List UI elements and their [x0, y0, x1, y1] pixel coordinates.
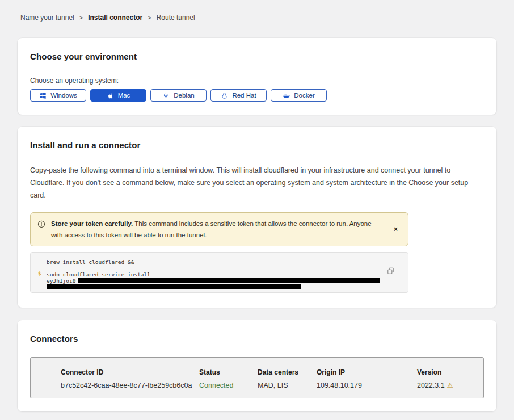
- os-button-label: Mac: [118, 92, 130, 99]
- breadcrumb-step-route-tunnel[interactable]: Route tunnel: [157, 14, 195, 22]
- os-button-windows[interactable]: Windows: [30, 89, 86, 102]
- apple-icon: [107, 92, 114, 99]
- col-header-connector-id: Connector ID: [61, 368, 199, 376]
- token-warning-text: Store your token carefully. This command…: [51, 218, 385, 241]
- col-header-version: Version: [417, 368, 472, 376]
- install-description: Copy-paste the following command into a …: [30, 165, 481, 202]
- breadcrumb-step-install-connector[interactable]: Install connector: [88, 14, 142, 22]
- connector-id-value: b7c52c42-6caa-48ee-8c77-fbe259cb6c0a: [61, 381, 199, 389]
- data-centers-value: MAD, LIS: [258, 381, 317, 389]
- os-button-label: Windows: [50, 92, 77, 99]
- col-header-data-centers: Data centers: [258, 368, 317, 376]
- connectors-card: Connectors Connector ID Status Data cent…: [18, 320, 496, 411]
- os-button-debian[interactable]: Debian: [150, 89, 207, 102]
- debian-icon: [162, 92, 170, 99]
- token-prefix: eyJhIjoi0: [47, 278, 75, 284]
- os-select-label: Choose an operating system:: [30, 77, 484, 85]
- breadcrumb-step-name-your-tunnel[interactable]: Name your tunnel: [20, 14, 74, 22]
- tunnel-setup-page: Name your tunnel > Install connector > R…: [0, 0, 514, 420]
- connectors-table-header: Connector ID Status Data centers Origin …: [61, 368, 472, 376]
- token-redaction-bar: [78, 278, 380, 283]
- choose-environment-card: Choose your environment Choose an operat…: [18, 38, 496, 115]
- token-warning-title: Store your token carefully.: [51, 220, 133, 227]
- connectors-title: Connectors: [30, 334, 484, 343]
- token-redaction-bar: [47, 284, 301, 289]
- version-warning-icon: ⚠: [447, 381, 453, 389]
- os-button-label: Docker: [294, 92, 314, 99]
- connectors-table: Connector ID Status Data centers Origin …: [30, 357, 484, 398]
- version-number: 2022.3.1: [417, 381, 445, 389]
- origin-ip-value: 109.48.10.179: [317, 381, 417, 389]
- os-button-redhat[interactable]: Red Hat: [210, 89, 267, 102]
- redhat-linux-icon: [221, 92, 228, 99]
- token-warning-banner: Store your token carefully. This command…: [30, 212, 408, 246]
- os-button-group: Windows Mac Debian: [30, 89, 484, 102]
- docker-icon: [283, 92, 290, 99]
- code-line-brew: brew install cloudflared &&: [47, 259, 391, 265]
- col-header-status: Status: [199, 368, 258, 376]
- code-line-token: eyJhIjoi0: [47, 278, 391, 284]
- status-badge: Connected: [199, 381, 258, 389]
- connector-table-row: b7c52c42-6caa-48ee-8c77-fbe259cb6c0a Con…: [61, 381, 472, 389]
- install-connector-title: Install and run a connector: [30, 140, 484, 150]
- windows-icon: [39, 92, 47, 99]
- shell-prompt: $: [38, 270, 41, 276]
- os-button-label: Red Hat: [232, 92, 256, 99]
- copy-icon[interactable]: [386, 267, 395, 276]
- close-icon[interactable]: ×: [390, 225, 401, 234]
- code-line-service-install: sudo cloudflared service install: [47, 271, 391, 278]
- os-button-mac[interactable]: Mac: [90, 89, 146, 102]
- os-button-docker[interactable]: Docker: [271, 89, 327, 102]
- install-command-codeblock: brew install cloudflared && $ sudo cloud…: [30, 252, 408, 293]
- col-header-origin-ip: Origin IP: [317, 368, 417, 376]
- choose-environment-title: Choose your environment: [30, 52, 484, 61]
- breadcrumb-separator: >: [79, 14, 83, 21]
- alert-circle-icon: [37, 220, 45, 230]
- breadcrumb: Name your tunnel > Install connector > R…: [18, 0, 496, 22]
- os-button-label: Debian: [174, 92, 194, 99]
- install-connector-card: Install and run a connector Copy-paste t…: [18, 127, 496, 308]
- breadcrumb-separator: >: [148, 14, 151, 21]
- version-value: 2022.3.1⚠: [417, 381, 472, 389]
